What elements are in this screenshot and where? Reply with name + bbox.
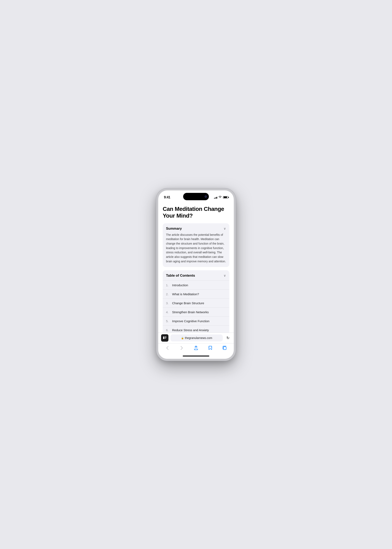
toc-item[interactable]: 2. What is Meditation? — [163, 290, 229, 299]
summary-card: Summary ∨ The article discusses the pote… — [163, 223, 229, 267]
toc-item-number: 4. — [166, 310, 170, 314]
bookmarks-icon — [208, 346, 212, 351]
summary-heading: Summary — [166, 227, 182, 231]
toc-card: Table of Contents ∨ 1. Introduction 2. W… — [163, 270, 229, 333]
share-button[interactable] — [191, 344, 201, 353]
svg-rect-4 — [223, 347, 226, 349]
signal-bar-2 — [215, 198, 215, 199]
phone-frame: 9:41 — [156, 188, 236, 361]
forward-button[interactable] — [177, 344, 186, 353]
tabs-icon — [222, 346, 227, 351]
bottom-toolbar — [158, 343, 234, 353]
summary-card-header[interactable]: Summary ∨ — [166, 227, 226, 231]
toc-item-number: 6. — [166, 328, 170, 332]
battery-icon — [223, 196, 228, 199]
home-bar — [183, 356, 209, 356]
browser-bar: 🔒 thegranularnews.com ↻ — [158, 333, 234, 343]
phone-screen: 9:41 — [158, 190, 234, 359]
reload-button[interactable]: ↻ — [225, 335, 231, 341]
signal-bar-1 — [214, 198, 215, 199]
toc-item[interactable]: 1. Introduction — [163, 281, 229, 290]
status-icons — [214, 196, 228, 199]
tabs-button[interactable] — [220, 344, 229, 353]
toc-item-number: 2. — [166, 292, 170, 296]
back-icon — [166, 346, 169, 351]
phone-wrapper: 9:41 — [152, 179, 240, 370]
reload-icon: ↻ — [226, 336, 230, 340]
svg-rect-2 — [165, 337, 166, 338]
wifi-icon — [218, 196, 222, 199]
toc-item-number: 1. — [166, 283, 170, 287]
reader-button[interactable] — [161, 334, 168, 342]
url-bar[interactable]: 🔒 thegranularnews.com — [170, 335, 223, 342]
toc-item-number: 5. — [166, 319, 170, 323]
toc-item[interactable]: 4. Strengthen Brain Networks — [163, 308, 229, 317]
bookmarks-button[interactable] — [206, 344, 215, 353]
toc-item-label: Reduce Stress and Anxiety — [172, 328, 209, 332]
toc-item[interactable]: 5. Improve Cognitive Function — [163, 317, 229, 326]
toc-item-label: Change Brain Structure — [172, 301, 204, 305]
camera-dot — [205, 196, 207, 198]
reader-icon — [163, 336, 167, 340]
toc-header[interactable]: Table of Contents ∨ — [163, 270, 229, 280]
toc-item-label: What is Meditation? — [172, 292, 199, 296]
signal-bar-3 — [216, 197, 217, 199]
toc-item[interactable]: 6. Reduce Stress and Anxiety — [163, 326, 229, 333]
summary-chevron-icon: ∨ — [224, 227, 226, 230]
signal-bar-4 — [217, 197, 217, 199]
back-button[interactable] — [163, 344, 172, 353]
content-area[interactable]: Can Meditation Change Your Mind? Summary… — [158, 201, 234, 333]
toc-item-number: 3. — [166, 301, 170, 305]
svg-rect-0 — [163, 336, 164, 339]
signal-icon — [214, 196, 217, 199]
article-title: Can Meditation Change Your Mind? — [163, 206, 229, 219]
battery-fill — [224, 197, 227, 198]
toc-chevron-icon: ∨ — [224, 274, 226, 278]
toc-item-label: Introduction — [172, 283, 188, 287]
svg-rect-3 — [165, 338, 166, 339]
share-icon — [194, 346, 198, 351]
url-text: thegranularnews.com — [185, 336, 212, 340]
dynamic-island — [183, 193, 209, 200]
toc-heading: Table of Contents — [166, 274, 195, 278]
toc-items: 1. Introduction 2. What is Meditation? 3… — [163, 280, 229, 333]
svg-rect-1 — [165, 336, 166, 337]
lock-icon: 🔒 — [181, 337, 184, 339]
toc-item-label: Strengthen Brain Networks — [172, 310, 209, 314]
status-bar: 9:41 — [158, 190, 234, 201]
toc-item-label: Improve Cognitive Function — [172, 319, 210, 323]
status-time: 9:41 — [164, 196, 170, 199]
toc-item[interactable]: 3. Change Brain Structure — [163, 299, 229, 308]
forward-icon — [181, 346, 183, 351]
home-indicator — [158, 353, 234, 359]
summary-body: The article discusses the potential bene… — [166, 233, 226, 264]
